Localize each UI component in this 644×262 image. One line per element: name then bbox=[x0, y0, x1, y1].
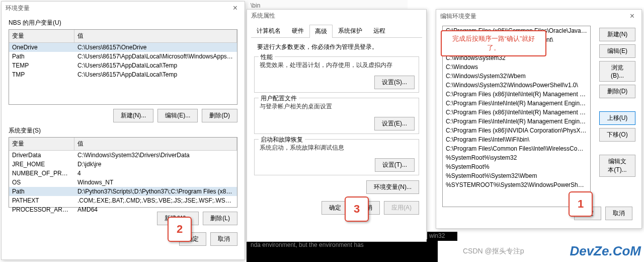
list-item[interactable]: C:\Program Files (x86)\Intel\Intel(R) Ma… bbox=[443, 108, 590, 117]
group-title: 性能 bbox=[259, 53, 275, 61]
sys-delete-button[interactable]: 删除(L) bbox=[203, 212, 237, 225]
browse-button[interactable]: 浏览(B)... bbox=[599, 61, 635, 82]
table-row[interactable]: OneDriveC:\Users\86157\OneDrive bbox=[9, 43, 237, 52]
startup-group: 启动和故障恢复 系统启动，系统故障和调试信息 设置(T)... bbox=[254, 139, 419, 175]
perf-settings-button[interactable]: 设置(S)... bbox=[374, 76, 415, 89]
list-item[interactable]: C:\Windows\System32\Wbem bbox=[443, 72, 590, 81]
system-properties-dialog: 系统属性 计算机名 硬件 高级 系统保护 远程 要进行大多数更改，你必须作为管理… bbox=[247, 9, 427, 242]
list-item[interactable]: C:\Program Files (x86)\Intel\Intel(R) Ma… bbox=[443, 90, 590, 99]
table-row[interactable]: TEMPC:\Users\86157\AppData\Local\Temp bbox=[9, 61, 237, 70]
prof-settings-button[interactable]: 设置(E)... bbox=[374, 117, 415, 130]
terminal-bg: nda environment, but the environment has bbox=[247, 239, 438, 262]
col-var: 变量 bbox=[9, 30, 74, 42]
annotation-badge-1: 1 bbox=[569, 191, 593, 217]
list-item[interactable]: C:\Program Files (x86)\NVIDIA Corporatio… bbox=[443, 126, 590, 135]
tabs: 计算机名 硬件 高级 系统保护 远程 bbox=[251, 24, 422, 38]
titlebar: 环境变量 × bbox=[2, 2, 245, 15]
move-up-button[interactable]: 上移(U) bbox=[599, 111, 635, 125]
col-val: 值 bbox=[74, 138, 237, 150]
table-row[interactable]: OSWindows_NT bbox=[9, 178, 237, 187]
group-title: 启动和故障恢复 bbox=[259, 136, 305, 144]
list-item[interactable]: C:\Program Files\Intel\Intel(R) Manageme… bbox=[443, 99, 590, 108]
edit-text-button[interactable]: 编辑文本(T)... bbox=[599, 155, 635, 177]
tab-remote[interactable]: 远程 bbox=[368, 24, 391, 37]
list-item[interactable]: %SystemRoot%\System32\Wbem bbox=[443, 171, 590, 180]
group-desc: 与登录帐户相关的桌面设置 bbox=[260, 102, 414, 111]
start-settings-button[interactable]: 设置(T)... bbox=[375, 158, 415, 172]
sys-vars-label: 系统变量(S) bbox=[9, 126, 245, 135]
user-delete-button[interactable]: 删除(D) bbox=[202, 109, 237, 122]
tab-hardware[interactable]: 硬件 bbox=[286, 24, 309, 37]
table-row[interactable]: PathC:\Users\86157\AppData\Local\Microso… bbox=[9, 52, 237, 61]
dialog-title: 系统属性 bbox=[251, 12, 275, 20]
annotation-note: 完成后按顺序一路“确认”就好了。 bbox=[441, 30, 546, 56]
sys-vars-table[interactable]: 变量 值 DriverDataC:\Windows\System32\Drive… bbox=[9, 137, 237, 208]
user-vars-table[interactable]: 变量 值 OneDriveC:\Users\86157\OneDrivePath… bbox=[9, 29, 237, 105]
list-item[interactable]: %SYSTEMROOT%\System32\WindowsPowerShell\… bbox=[443, 180, 590, 189]
table-row[interactable]: JRE_HOMED:\jdk\jre bbox=[9, 160, 237, 169]
side-buttons: 新建(N) 编辑(E) 浏览(B)... 删除(D) 上移(U) 下移(O) 编… bbox=[599, 28, 635, 177]
table-row[interactable]: PATHEXT.COM;.EXE;.BAT;.CMD;.VBS;.VBE;.JS… bbox=[9, 196, 237, 205]
devze-watermark: DevZe.CoM bbox=[570, 243, 641, 259]
close-icon[interactable]: × bbox=[627, 12, 637, 21]
list-item[interactable]: %SystemRoot% bbox=[443, 162, 590, 171]
table-row[interactable]: NUMBER_OF_PROCESSORS4 bbox=[9, 169, 237, 178]
apply-button[interactable]: 应用(A) bbox=[384, 201, 419, 215]
close-icon[interactable]: × bbox=[230, 4, 240, 13]
dialog-title: 环境变量 bbox=[6, 4, 30, 13]
list-item[interactable]: C:\Program Files\Common Files\Intel\Wire… bbox=[443, 144, 590, 153]
tab-advanced[interactable]: 高级 bbox=[309, 25, 333, 38]
list-item[interactable]: C:\Program Files\Intel\WiFi\bin\ bbox=[443, 135, 590, 144]
profiles-group: 用户配置文件 与登录帐户相关的桌面设置 设置(E)... bbox=[254, 98, 419, 134]
terminal-win32: win32 bbox=[427, 232, 457, 241]
env-vars-button[interactable]: 环境变量(N)... bbox=[366, 180, 419, 194]
user-new-button[interactable]: 新建(N)... bbox=[113, 109, 154, 122]
titlebar: 编辑环境变量 × bbox=[436, 10, 641, 23]
cancel-button[interactable]: 取消 bbox=[605, 207, 632, 220]
titlebar: 系统属性 bbox=[247, 10, 426, 22]
edit-button[interactable]: 编辑(E) bbox=[599, 44, 635, 58]
list-item[interactable]: C:\Program Files\Intel\Intel(R) Manageme… bbox=[443, 117, 590, 126]
list-item[interactable]: C:\Windows bbox=[443, 62, 590, 72]
table-row[interactable]: DriverDataC:\Windows\System32\Drivers\Dr… bbox=[9, 151, 237, 160]
performance-group: 性能 视觉效果，处理器计划，内存使用，以及虚拟内存 设置(S)... bbox=[254, 56, 419, 93]
user-vars-label: NBS 的用户变量(U) bbox=[9, 19, 245, 27]
annotation-badge-3: 3 bbox=[345, 196, 369, 222]
tab-computer-name[interactable]: 计算机名 bbox=[251, 24, 286, 37]
group-desc: 系统启动，系统故障和调试信息 bbox=[260, 144, 414, 152]
cancel-button[interactable]: 取消 bbox=[210, 232, 237, 246]
move-down-button[interactable]: 下移(O) bbox=[599, 128, 635, 142]
delete-button[interactable]: 删除(D) bbox=[599, 85, 635, 98]
group-title: 用户配置文件 bbox=[259, 94, 299, 103]
csdn-watermark: CSDN @抠头专注p bbox=[463, 247, 524, 256]
tab-system-protection[interactable]: 系统保护 bbox=[333, 24, 368, 37]
user-edit-button[interactable]: 编辑(E)... bbox=[157, 109, 198, 122]
col-val: 值 bbox=[74, 30, 237, 42]
table-row[interactable]: TMPC:\Users\86157\AppData\Local\Temp bbox=[9, 70, 237, 79]
admin-note: 要进行大多数更改，你必须作为管理员登录。 bbox=[257, 43, 416, 51]
list-item[interactable]: %SystemRoot%\system32 bbox=[443, 153, 590, 162]
col-var: 变量 bbox=[9, 138, 74, 150]
annotation-badge-2: 2 bbox=[168, 217, 192, 242]
table-row[interactable]: PathD:\Python37\Scripts\;D:\Python37\;C:… bbox=[9, 187, 237, 196]
list-item[interactable]: C:\Windows\System32\WindowsPowerShell\v1… bbox=[443, 81, 590, 90]
new-button[interactable]: 新建(N) bbox=[599, 28, 635, 41]
env-variables-dialog: 环境变量 × NBS 的用户变量(U) 变量 值 OneDriveC:\User… bbox=[1, 1, 245, 260]
group-desc: 视觉效果，处理器计划，内存使用，以及虚拟内存 bbox=[260, 61, 414, 70]
dialog-title: 编辑环境变量 bbox=[440, 12, 476, 21]
